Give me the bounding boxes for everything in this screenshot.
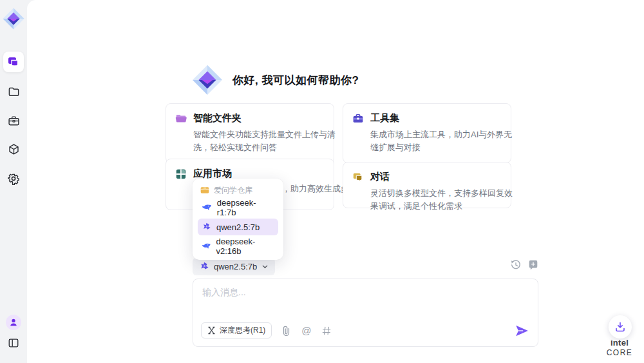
card-toolset[interactable]: 工具集 集成市场上主流工具，助力AI与外界无缝扩展与对接 [343, 103, 511, 163]
card-title: 工具集 [370, 112, 399, 124]
intel-text: intel [611, 338, 629, 348]
download-fab[interactable] [609, 315, 632, 338]
model-selector-label: qwen2.5:7b [214, 262, 257, 271]
sidebar-collapse-toggle[interactable] [3, 333, 24, 353]
topic-button[interactable] [321, 325, 332, 336]
new-chat-icon[interactable] [527, 259, 539, 271]
sidebar-item-toolbox[interactable] [3, 110, 24, 131]
model-option-qwen[interactable]: qwen2.5:7b [198, 219, 278, 235]
card-description: 集成市场上主流工具，助力AI与外界无缝扩展与对接 [370, 128, 513, 154]
card-title: 智能文件夹 [193, 112, 242, 124]
attach-file-button[interactable] [281, 325, 292, 336]
app-market-icon [175, 168, 187, 180]
person-icon [9, 318, 18, 327]
sidebar [0, 0, 27, 363]
card-description: 灵活切换多模型文件，支持多样回复效果调试，满足个性化需求 [370, 187, 513, 213]
main-panel: 你好, 我可以如何帮助你? 智能文件夹 智能文件夹功能支持批量文件上传与清洗，轻… [27, 0, 644, 363]
model-option-label: qwen2.5:7b [216, 222, 260, 232]
folder-icon [8, 86, 20, 98]
model-option-deepseek-v2[interactable]: deepseek-v2:16b [198, 238, 278, 255]
deepseek-icon [202, 204, 212, 211]
model-dropdown: 爱问学仓库 deepseek-r1:7b qwen2.5:7b [193, 179, 283, 260]
paperclip-icon [282, 326, 290, 336]
model-dropdown-header: 爱问学仓库 [198, 184, 278, 197]
repo-icon [200, 186, 209, 194]
deepseek-icon [202, 242, 211, 250]
hash-icon [322, 326, 331, 335]
qwen-icon [202, 222, 211, 232]
model-selector-button[interactable]: qwen2.5:7b [193, 258, 275, 275]
card-title: 对话 [370, 171, 390, 183]
card-dialog[interactable]: 对话 灵活切换多模型文件，支持多样回复效果调试，满足个性化需求 [343, 162, 511, 208]
composer-toolbar: 深度思考(R1) @ [201, 322, 529, 338]
briefcase-indigo-icon [352, 113, 364, 124]
panel-icon [8, 337, 19, 349]
history-icon[interactable] [510, 259, 522, 271]
folder-purple-icon [175, 113, 187, 124]
app-window: 你好, 我可以如何帮助你? 智能文件夹 智能文件夹功能支持批量文件上传与清洗，轻… [0, 0, 644, 363]
deep-think-icon [207, 326, 216, 335]
cube-icon [8, 143, 20, 155]
app-logo-icon[interactable] [2, 6, 25, 31]
download-icon [615, 322, 625, 332]
user-avatar[interactable] [6, 315, 21, 330]
composer: 深度思考(R1) @ [193, 279, 538, 347]
briefcase-icon [8, 115, 20, 127]
sidebar-item-settings[interactable] [3, 168, 24, 189]
sidebar-item-chat[interactable] [3, 52, 24, 72]
intel-core-logo: intel core ULTRA [596, 338, 643, 363]
deep-think-button[interactable]: 深度思考(R1) [201, 322, 272, 338]
greeting-logo-icon [191, 63, 223, 97]
chevron-down-icon [261, 263, 269, 270]
chat-icon [7, 55, 20, 68]
chat-gold-icon [352, 172, 364, 183]
send-icon[interactable] [515, 324, 529, 338]
model-option-label: deepseek-v2:16b [216, 237, 274, 256]
greeting-title: 你好, 我可以如何帮助你? [232, 73, 359, 88]
model-option-deepseek-r1[interactable]: deepseek-r1:7b [198, 199, 278, 216]
repo-label: 爱问学仓库 [214, 185, 252, 196]
model-option-label: deepseek-r1:7b [217, 198, 274, 217]
mention-button[interactable]: @ [301, 325, 312, 336]
message-input[interactable] [202, 287, 527, 317]
gear-icon [7, 172, 20, 185]
card-smart-folder[interactable]: 智能文件夹 智能文件夹功能支持批量文件上传与清洗，轻松实现文件问答 [166, 103, 334, 163]
sidebar-item-models[interactable] [3, 139, 24, 159]
chat-actions [510, 259, 539, 271]
greeting: 你好, 我可以如何帮助你? [191, 63, 359, 97]
deep-think-label: 深度思考(R1) [220, 325, 265, 336]
card-description: 智能文件夹功能支持批量文件上传与清洗，轻松实现文件问答 [193, 128, 336, 154]
qwen-icon [199, 262, 209, 272]
sidebar-item-folders[interactable] [3, 81, 24, 102]
core-text: core [607, 348, 633, 357]
